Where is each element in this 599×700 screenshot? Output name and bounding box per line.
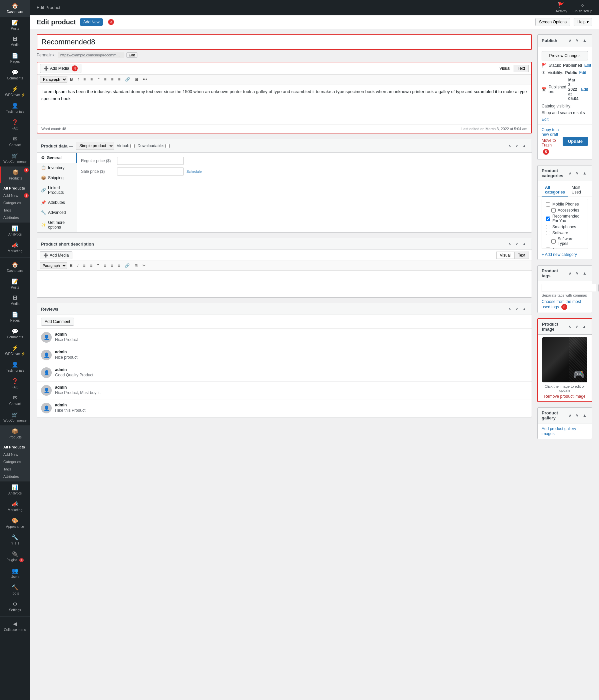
help-button[interactable]: Help ▾ [574, 18, 592, 26]
most-used-tab[interactable]: Most Used [568, 184, 588, 197]
table-button[interactable]: ⊞ [133, 76, 140, 83]
sidebar-sub2-categories[interactable]: Categories [0, 458, 30, 466]
sidebar-item-faq2[interactable]: ❓ FAQ [0, 375, 30, 392]
sidebar-item-posts[interactable]: 📝 Posts [0, 17, 30, 33]
sidebar-collapse[interactable]: ◀ Collapse menu [0, 618, 30, 634]
ul-button[interactable]: ≡ [81, 76, 88, 83]
add-comment-button[interactable]: Add Comment [41, 318, 74, 326]
sidebar-sub2-all-products[interactable]: All Products [0, 444, 30, 451]
sidebar-sub-add-new[interactable]: Add New 2 [0, 192, 30, 199]
catalog-edit-link[interactable]: Edit [542, 117, 549, 122]
sidebar-item-analytics[interactable]: 📊 Analytics [0, 223, 30, 239]
sd-bold[interactable]: B [68, 262, 75, 269]
publish-up[interactable]: ∧ [567, 38, 573, 43]
tags-up[interactable]: ∧ [567, 270, 573, 276]
sidebar-item-contact[interactable]: ✉ Contact [0, 133, 30, 150]
align-right-button[interactable]: ≡ [116, 76, 123, 83]
sidebar-item-woocommerce[interactable]: 🛒 WooCommerce [0, 150, 30, 167]
product-data-up[interactable]: ∧ [507, 143, 513, 149]
sidebar-item-comments[interactable]: 💬 Comments [0, 67, 30, 83]
sidebar-item-wpclecer2[interactable]: ⚡ WPClever ⚡ [0, 342, 30, 359]
all-categories-tab[interactable]: All categories [542, 184, 568, 197]
copy-draft-link[interactable]: Copy to a new draft [542, 127, 563, 137]
sd-align-left[interactable]: ≡ [102, 262, 108, 269]
sidebar-item-plugins[interactable]: 🔌 Plugins 2 [0, 548, 30, 565]
sidebar-item-appearance[interactable]: 🎨 Appearance [0, 515, 30, 531]
cat-accessories-checkbox[interactable] [551, 208, 556, 212]
advanced-tab[interactable]: 🔧 Advanced [37, 207, 77, 218]
sidebar-item-wpclecer[interactable]: ⚡ WPClever ⚡ [0, 83, 30, 100]
sidebar-sub-all-products[interactable]: All Products [0, 184, 30, 192]
sidebar-item-testimonials2[interactable]: 👤 Testimonials [0, 359, 30, 375]
product-image[interactable] [542, 337, 587, 382]
short-desc-down[interactable]: ∨ [514, 241, 520, 247]
cat-smartphones-checkbox[interactable] [546, 225, 550, 229]
align-left-button[interactable]: ≡ [102, 76, 108, 83]
reviews-up[interactable]: ∧ [507, 306, 513, 312]
product-data-down[interactable]: ∨ [514, 143, 520, 149]
short-desc-paragraph[interactable]: Paragraph [40, 262, 67, 269]
ol-button[interactable]: ≡ [88, 76, 95, 83]
product-type-select[interactable]: Simple product [76, 142, 114, 150]
cat-down[interactable]: ∨ [574, 170, 580, 176]
short-desc-add-media[interactable]: ➕ Add Media [40, 251, 72, 259]
activity-btn[interactable]: 🚩 Activity [556, 2, 567, 13]
sidebar-sub-categories[interactable]: Categories [0, 199, 30, 206]
choose-tags-link[interactable]: Choose from the most used tags 6 [538, 299, 592, 312]
regular-price-input[interactable] [117, 157, 184, 165]
sidebar-item-users[interactable]: 👥 Users [0, 565, 30, 581]
editor-content[interactable]: Lorem Ipsum has been the industrys stand… [37, 84, 531, 124]
tags-collapse[interactable]: ▲ [581, 270, 588, 276]
sidebar-item-analytics2[interactable]: 📊 Analytics [0, 481, 30, 498]
sd-extra[interactable]: ✂ [140, 262, 148, 269]
sidebar-item-testimonials[interactable]: 👤 Testimonials [0, 100, 30, 117]
reviews-collapse[interactable]: ▲ [521, 306, 528, 312]
sidebar-item-settings[interactable]: ⚙ Settings [0, 598, 30, 615]
add-new-button[interactable]: Add New [80, 18, 103, 26]
sidebar-sub-tags[interactable]: Tags [0, 206, 30, 214]
tags-down[interactable]: ∨ [574, 270, 580, 276]
image-collapse[interactable]: ▲ [581, 324, 588, 330]
publish-down[interactable]: ∨ [574, 38, 580, 43]
cat-software-types-checkbox[interactable] [551, 239, 556, 244]
virtual-checkbox[interactable] [130, 144, 135, 148]
gallery-up[interactable]: ∧ [567, 412, 573, 418]
cat-mobile-phones-checkbox[interactable] [546, 202, 550, 206]
sd-ul[interactable]: ≡ [81, 262, 87, 269]
text-tab[interactable]: Text [514, 65, 529, 72]
attributes-tab[interactable]: 📌 Attributes [37, 198, 77, 207]
bold-button[interactable]: B [68, 76, 75, 83]
sidebar-sub2-tags[interactable]: Tags [0, 466, 30, 473]
publish-collapse[interactable]: ▲ [581, 38, 588, 43]
permalink-edit-button[interactable]: Edit [126, 52, 137, 58]
add-gallery-images-link[interactable]: Add product gallery images [542, 426, 576, 436]
blockquote-button[interactable]: ❝ [95, 76, 101, 83]
sidebar-item-tools[interactable]: 🔨 Tools [0, 581, 30, 598]
visibility-edit-link[interactable]: Edit [579, 70, 586, 75]
italic-button[interactable]: I [76, 76, 81, 83]
shipping-tab[interactable]: 📦 Shipping [37, 173, 77, 183]
sd-more[interactable]: ⊞ [132, 262, 140, 269]
image-up[interactable]: ∧ [567, 324, 573, 330]
preview-changes-button[interactable]: Preview Changes [542, 51, 588, 60]
sidebar-item-media[interactable]: 🖼 Media [0, 33, 30, 50]
short-desc-visual-tab[interactable]: Visual [496, 252, 514, 259]
sidebar-item-products[interactable]: 📦 Products 1 [0, 167, 30, 183]
add-new-category-link[interactable]: + Add new category [538, 251, 592, 259]
sidebar-sub-attributes[interactable]: Attributes [0, 214, 30, 221]
status-edit-link[interactable]: Edit [584, 63, 591, 68]
short-desc-text-tab[interactable]: Text [514, 252, 529, 259]
sidebar-item-yith[interactable]: 🔧 YITH [0, 531, 30, 548]
sidebar-item-contact2[interactable]: ✉ Contact [0, 392, 30, 409]
sidebar-item-pages2[interactable]: 📄 Pages [0, 309, 30, 325]
finish-setup-btn[interactable]: ○ Finish setup [573, 2, 592, 13]
align-center-button[interactable]: ≡ [109, 76, 115, 83]
sidebar-item-marketing2[interactable]: 📣 Marketing [0, 498, 30, 515]
sidebar-item-products2[interactable]: 📦 Products [0, 425, 30, 442]
add-media-button[interactable]: ➕ Add Media 4 [40, 64, 81, 73]
short-desc-collapse[interactable]: ▲ [521, 241, 528, 247]
get-more-options-tab[interactable]: ✨ Get more options [37, 218, 77, 232]
schedule-link[interactable]: Schedule [186, 170, 202, 174]
sidebar-item-posts2[interactable]: 📝 Posts [0, 276, 30, 292]
update-button[interactable]: Update [563, 137, 588, 146]
